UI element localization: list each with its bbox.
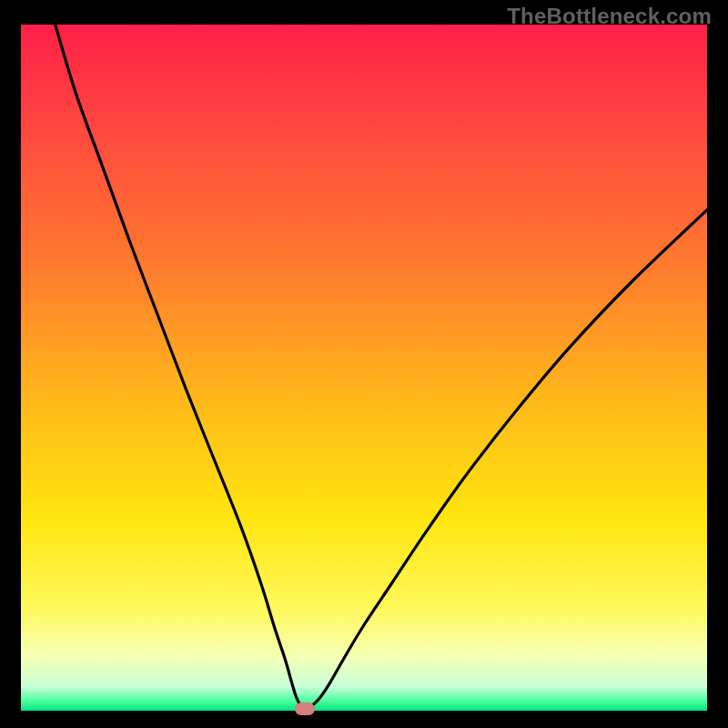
chart-svg bbox=[21, 25, 707, 711]
chart-frame: TheBottleneck.com bbox=[0, 0, 728, 728]
minimum-marker bbox=[295, 703, 315, 715]
gradient-background bbox=[21, 25, 707, 711]
plot-area bbox=[21, 25, 707, 711]
